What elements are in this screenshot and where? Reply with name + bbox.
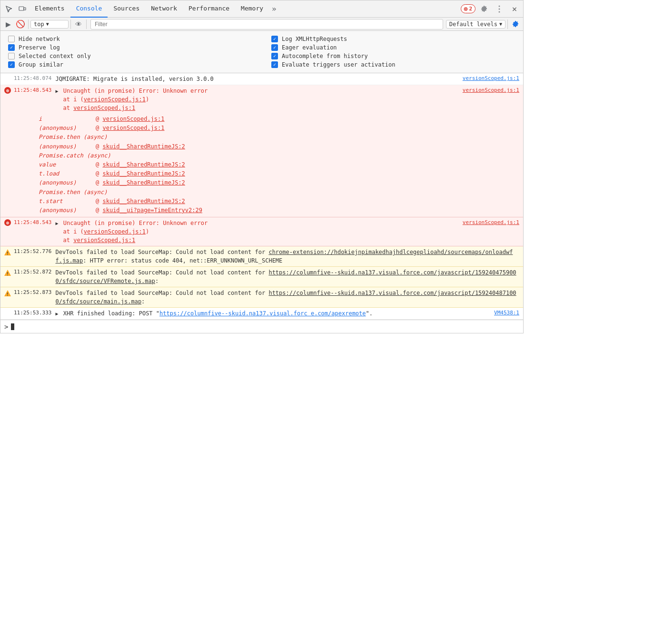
error-source-1[interactable]: versionScoped.js:1 xyxy=(455,87,519,95)
stack-link-anon1[interactable]: versionScoped.js:1 xyxy=(102,125,164,131)
setting-autocomplete[interactable]: Autocomplete from history xyxy=(271,52,515,60)
setting-selected-context[interactable]: Selected context only xyxy=(8,52,252,60)
stack-link-i[interactable]: versionScoped.js:1 xyxy=(102,116,164,122)
warn-triangle-1 xyxy=(4,249,11,255)
xhr-text-before: XHR finished loading: POST " xyxy=(63,310,159,317)
error-count: 2 xyxy=(469,6,472,12)
close-button[interactable]: × xyxy=(508,2,521,16)
stack-line-tload: t.load @ skuid__SharedRuntimeJS:2 xyxy=(0,169,523,178)
warning-entry-2: 11:25:52.872 DevTools failed to load Sou… xyxy=(0,267,523,287)
error-line-1a: at i (versionScoped.js:1) xyxy=(55,96,149,103)
expand-arrow-2[interactable] xyxy=(55,220,58,227)
svg-rect-0 xyxy=(19,7,24,10)
stack-line-anon2: (anonymous) @ skuid__SharedRuntimeJS:2 xyxy=(0,142,523,151)
setting-log-xhr[interactable]: Log XMLHttpRequests xyxy=(271,35,515,43)
error-icon-2: ⊗ xyxy=(4,219,12,226)
stack-link-anon4[interactable]: skuid__ui?page=TimeEntryv2:29 xyxy=(102,207,202,214)
checkbox-selected-context[interactable] xyxy=(8,53,15,59)
stack-at-tstart: @ skuid__SharedRuntimeJS:2 xyxy=(96,197,185,206)
expand-arrow-1[interactable] xyxy=(55,88,58,95)
settings-right: Log XMLHttpRequests Eager evaluation Aut… xyxy=(271,35,515,69)
error-line-1b: at versionScoped.js:1 xyxy=(55,105,135,111)
more-tabs-button[interactable]: » xyxy=(269,4,279,13)
error-content-2: Uncaught (in promise) Error: Unknown err… xyxy=(55,219,455,244)
error-circle-1: ⊗ xyxy=(4,87,11,94)
tab-memory[interactable]: Memory xyxy=(235,0,269,18)
warn-triangle-3 xyxy=(4,290,11,296)
error-link-2b[interactable]: versionScoped.js:1 xyxy=(73,237,135,244)
console-input-area[interactable]: > xyxy=(0,320,523,333)
setting-eager-eval[interactable]: Eager evaluation xyxy=(271,43,515,52)
tab-right-controls: ⊗ 2 × xyxy=(461,2,521,16)
setting-group-similar[interactable]: Group similar xyxy=(8,60,252,69)
checkbox-group-similar[interactable] xyxy=(8,61,15,68)
tab-console[interactable]: Console xyxy=(70,0,108,18)
tab-sources[interactable]: Sources xyxy=(108,0,145,18)
checkbox-evaluate-triggers[interactable] xyxy=(271,61,278,68)
xhr-link[interactable]: https://columnfive--skuid.na137.visual.f… xyxy=(159,310,366,317)
checkbox-preserve-log[interactable] xyxy=(8,44,15,51)
error-icon-1: ⊗ xyxy=(4,87,12,94)
error-link-1a[interactable]: versionScoped.js:1 xyxy=(84,96,146,103)
stack-label-anon4: (anonymous) xyxy=(39,206,96,215)
stack-label-i: i xyxy=(39,115,96,124)
setting-evaluate-triggers[interactable]: Evaluate triggers user activation xyxy=(271,60,515,69)
svg-rect-1 xyxy=(24,8,26,10)
entry-source-1[interactable]: versionScoped.js:1 xyxy=(455,75,519,83)
xhr-expand-arrow[interactable] xyxy=(55,310,58,317)
checkbox-log-xhr[interactable] xyxy=(271,36,278,42)
dropdown-arrow: ▼ xyxy=(46,21,49,27)
checkbox-eager-eval[interactable] xyxy=(271,44,278,51)
eye-button[interactable]: 👁 xyxy=(73,19,84,30)
tab-performance[interactable]: Performance xyxy=(183,0,235,18)
stack-link-tstart[interactable]: skuid__SharedRuntimeJS:2 xyxy=(102,198,185,205)
stack-line-anon3: (anonymous) @ skuid__SharedRuntimeJS:2 xyxy=(0,178,523,187)
levels-selector[interactable]: Default levels ▼ xyxy=(446,20,505,29)
execute-button[interactable]: ▶ xyxy=(2,19,14,30)
warning-content-3: DevTools failed to load SourceMap: Could… xyxy=(55,289,519,306)
responsive-icon[interactable] xyxy=(16,0,29,18)
stack-async-3: Promise.then (async) xyxy=(0,188,523,197)
checkbox-hide-network[interactable] xyxy=(8,36,15,42)
tab-network[interactable]: Network xyxy=(145,0,183,18)
stack-line-value: value @ skuid__SharedRuntimeJS:2 xyxy=(0,160,523,169)
clear-button[interactable]: 🚫 xyxy=(15,19,26,30)
warning-text-1a: DevTools failed to load SourceMap: Could… xyxy=(55,249,268,255)
warning-time-2: 11:25:52.872 xyxy=(14,268,51,276)
cursor-icon[interactable] xyxy=(2,0,16,18)
warn-triangle-2 xyxy=(4,270,11,276)
console-settings-gear[interactable] xyxy=(510,19,521,30)
more-options-button[interactable] xyxy=(493,2,506,16)
warning-entry-3: 11:25:52.873 DevTools failed to load Sou… xyxy=(0,287,523,308)
stack-at-value: @ skuid__SharedRuntimeJS:2 xyxy=(96,160,185,169)
devtools-container: Elements Console Sources Network Perform… xyxy=(0,0,523,333)
setting-preserve-log[interactable]: Preserve log xyxy=(8,43,252,52)
warning-content-1: DevTools failed to load SourceMap: Could… xyxy=(55,248,519,265)
checkbox-autocomplete[interactable] xyxy=(271,53,278,59)
entry-text-1: JQMIGRATE: Migrate is installed, version… xyxy=(55,75,455,83)
tab-elements[interactable]: Elements xyxy=(29,0,70,18)
stack-link-tload[interactable]: skuid__SharedRuntimeJS:2 xyxy=(102,170,185,177)
error-time-2: 11:25:48.543 xyxy=(14,219,51,227)
context-selector[interactable]: top ▼ xyxy=(30,20,69,29)
warn-icon-3 xyxy=(4,290,12,299)
settings-button[interactable] xyxy=(477,2,491,16)
label-group-similar: Group similar xyxy=(19,61,63,68)
warning-entry-1: 11:25:52.776 DevTools failed to load Sou… xyxy=(0,246,523,267)
divider-2 xyxy=(70,20,71,29)
stack-link-anon3[interactable]: skuid__SharedRuntimeJS:2 xyxy=(102,179,185,186)
filter-input[interactable] xyxy=(90,19,443,29)
xhr-text-after: ". xyxy=(366,310,373,317)
stack-link-value[interactable]: skuid__SharedRuntimeJS:2 xyxy=(102,161,185,168)
label-selected-context: Selected context only xyxy=(19,53,91,59)
error-entry-1-header: ⊗ 11:25:48.543 Uncaught (in promise) Err… xyxy=(0,85,523,114)
setting-hide-network[interactable]: Hide network xyxy=(8,35,252,43)
label-preserve-log: Preserve log xyxy=(19,44,60,51)
error-source-2[interactable]: versionScoped.js:1 xyxy=(455,219,519,227)
error-link-2a[interactable]: versionScoped.js:1 xyxy=(84,228,146,235)
error-badge[interactable]: ⊗ 2 xyxy=(461,4,476,13)
stack-link-anon2[interactable]: skuid__SharedRuntimeJS:2 xyxy=(102,143,185,150)
xhr-source[interactable]: VM4538:1 xyxy=(486,309,519,317)
error-link-1b[interactable]: versionScoped.js:1 xyxy=(73,105,135,111)
divider-3 xyxy=(86,20,87,29)
